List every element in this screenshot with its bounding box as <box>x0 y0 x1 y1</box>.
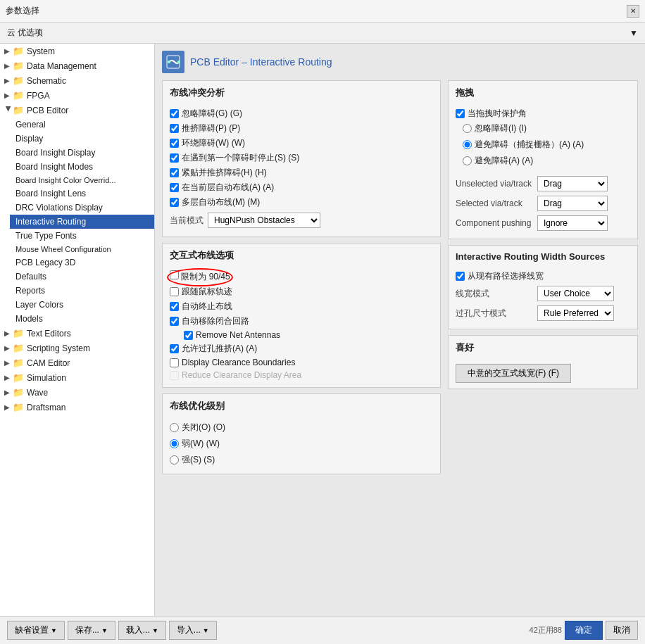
ok-button[interactable]: 确定 <box>565 621 603 640</box>
protect-angle-label[interactable]: 当拖拽时保护角 <box>468 108 527 120</box>
allow-via-push-label[interactable]: 允许过孔推挤(A) (A) <box>182 343 257 355</box>
sidebar-item-drc-violations-display[interactable]: DRC Violations Display <box>10 201 154 215</box>
sidebar-item-wave[interactable]: ▶ 📁 Wave <box>0 385 154 400</box>
stop-at-first-label[interactable]: 在遇到第一个障碍时停止(S) (S) <box>182 152 299 164</box>
load-button[interactable]: 载入... ▼ <box>118 621 166 640</box>
sidebar-item-interactive-routing[interactable]: Interactive Routing <box>10 215 154 229</box>
save-button[interactable]: 保存... ▼ <box>68 621 115 640</box>
routing-optimization-title: 布线优化级别 <box>170 400 433 414</box>
drag-avoid-hugging-radio[interactable] <box>463 140 472 149</box>
ignore-obstacles-checkbox[interactable] <box>170 109 179 118</box>
drag-avoid-hugging-label[interactable]: 避免障碍（捕捉栅格）(A) (A) <box>475 139 584 151</box>
display-clearance-label[interactable]: Display Clearance Boundaries <box>182 358 295 367</box>
allow-via-push-checkbox[interactable] <box>170 344 179 353</box>
component-pushing-select[interactable]: Ignore Push Avoid <box>537 215 608 231</box>
sidebar-item-mouse-wheel-configuration[interactable]: Mouse Wheel Configuration <box>10 243 154 255</box>
display-clearance-checkbox[interactable] <box>170 358 179 367</box>
cancel-button[interactable]: 取消 <box>606 621 638 640</box>
sidebar-item-scripting-system[interactable]: ▶ 📁 Scripting System <box>0 341 154 355</box>
sidebar-item-pcb-editor[interactable]: ▶ 📁 PCB Editor <box>0 103 154 118</box>
stop-at-first-checkbox[interactable] <box>170 153 179 163</box>
close-button[interactable]: ✕ <box>627 5 639 18</box>
opt-strong-radio[interactable] <box>170 455 179 465</box>
current-mode-select[interactable]: HugNPush Obstacles Ignore Obstacles Push… <box>208 213 320 228</box>
hug-push-label[interactable]: 紧贴并推挤障碍(H) (H) <box>182 167 267 179</box>
sidebar-item-fpga[interactable]: ▶ 📁 FPGA <box>0 88 154 103</box>
folder-icon: 📁 <box>13 46 24 56</box>
sidebar-item-true-type-fonts[interactable]: True Type Fonts <box>10 229 154 243</box>
follow-mouse-label[interactable]: 跟随鼠标轨迹 <box>182 286 232 298</box>
check-limit-90-45: 限制为 90/45 <box>170 269 433 284</box>
sidebar-item-board-insight-lens[interactable]: Board Insight Lens <box>10 187 154 201</box>
wrap-around-checkbox[interactable] <box>170 139 179 148</box>
opt-weak-radio[interactable] <box>170 439 179 448</box>
remove-net-antennas-checkbox[interactable] <box>184 331 193 340</box>
unselected-via-track-select[interactable]: Drag Move <box>537 176 608 191</box>
opt-off-radio[interactable] <box>170 423 179 432</box>
push-obstacles-checkbox[interactable] <box>170 124 179 133</box>
sidebar-item-board-insight-display[interactable]: Board Insight Display <box>10 146 154 160</box>
reduce-clearance-checkbox[interactable] <box>170 371 179 380</box>
drag-radio-group: 忽略障碍(I) (I) 避免障碍（捕捉栅格）(A) (A) 避免障碍(A) (A… <box>456 121 630 168</box>
wrap-around-label[interactable]: 环绕障碍(W) (W) <box>182 137 245 149</box>
sidebar-item-label: Wave <box>27 388 48 398</box>
sidebar-item-pcb-legacy-3d[interactable]: PCB Legacy 3D <box>10 255 154 270</box>
sidebar-item-simulation[interactable]: ▶ 📁 Simulation <box>0 370 154 385</box>
drag-ignore-label[interactable]: 忽略障碍(I) (I) <box>475 122 527 134</box>
favorites-button[interactable]: 中意的交互式线宽(F) (F) <box>456 364 571 383</box>
current-mode-row: 当前模式 HugNPush Obstacles Ignore Obstacles… <box>170 210 433 231</box>
check-stop-at-first: 在遇到第一个障碍时停止(S) (S) <box>170 151 433 165</box>
titlebar-title: 参数选择 <box>6 5 39 17</box>
opt-off-label[interactable]: 关闭(O) (O) <box>182 422 225 434</box>
defaults-button[interactable]: 缺省设置 ▼ <box>7 621 65 640</box>
sidebar-item-board-insight-modes[interactable]: Board Insight Modes <box>10 160 154 174</box>
auto-route-layer-checkbox[interactable] <box>170 183 179 192</box>
folder-icon: 📁 <box>13 328 24 339</box>
protect-angle-checkbox[interactable] <box>456 109 465 118</box>
sidebar-item-draftsman[interactable]: ▶ 📁 Draftsman <box>0 400 154 415</box>
follow-mouse-checkbox[interactable] <box>170 287 179 296</box>
width-mode-select[interactable]: User Choice Rule Preferred Rule Minimum <box>537 286 614 301</box>
from-existing-label[interactable]: 从现有路径选择线宽 <box>468 270 544 282</box>
sidebar-item-models[interactable]: Models <box>10 312 154 326</box>
sidebar-item-data-management[interactable]: ▶ 📁 Data Management <box>0 58 154 73</box>
via-mode-select[interactable]: Rule Preferred User Choice Rule Minimum <box>537 305 614 321</box>
cloudbar-arrow[interactable]: ▼ <box>630 28 638 38</box>
sidebar-item-layer-colors[interactable]: Layer Colors <box>10 298 154 312</box>
from-existing-checkbox[interactable] <box>456 272 465 281</box>
folder-icon: 📁 <box>13 105 24 115</box>
sidebar-item-label: Scripting System <box>27 343 90 353</box>
limit-90-45-label[interactable]: 限制为 90/45 <box>181 272 230 282</box>
ignore-obstacles-label[interactable]: 忽略障碍(G) (G) <box>182 108 242 120</box>
sidebar-item-system[interactable]: ▶ 📁 System <box>0 44 154 58</box>
limit-90-45-checkbox[interactable] <box>170 270 179 279</box>
drag-avoid-obstacles-radio[interactable] <box>463 156 472 165</box>
drag-avoid-obstacles-label[interactable]: 避免障碍(A) (A) <box>475 155 533 167</box>
two-column-layout: 布线冲突分析 忽略障碍(G) (G) 推挤障碍(P) (P) 环绕障碍(W) (… <box>162 80 638 609</box>
auto-remove-loops-checkbox[interactable] <box>170 317 179 326</box>
opt-weak-label[interactable]: 弱(W) (W) <box>182 438 220 450</box>
auto-terminate-label[interactable]: 自动终止布线 <box>182 301 232 312</box>
sidebar-item-display[interactable]: Display <box>10 132 154 146</box>
auto-route-layer-label[interactable]: 在当前层自动布线(A) (A) <box>182 182 274 194</box>
auto-remove-loops-label[interactable]: 自动移除闭合回路 <box>182 315 249 327</box>
sidebar-item-schematic[interactable]: ▶ 📁 Schematic <box>0 73 154 88</box>
selected-via-track-label: Selected via/track <box>456 198 533 208</box>
drag-ignore-radio[interactable] <box>463 124 472 133</box>
multi-layer-checkbox[interactable] <box>170 198 179 207</box>
sidebar-item-board-insight-color-override[interactable]: Board Insight Color Overrid... <box>10 174 154 187</box>
hug-push-checkbox[interactable] <box>170 168 179 177</box>
sidebar-item-general[interactable]: General <box>10 118 154 132</box>
sidebar-item-defaults[interactable]: Defaults <box>10 270 154 284</box>
remove-net-antennas-label[interactable]: Remove Net Antennas <box>196 330 280 340</box>
sidebar-item-text-editors[interactable]: ▶ 📁 Text Editors <box>0 326 154 341</box>
sidebar-item-cam-editor[interactable]: ▶ 📁 CAM Editor <box>0 355 154 370</box>
opt-strong-label[interactable]: 强(S) (S) <box>182 454 215 466</box>
arrow-icon: ▶ <box>4 329 13 337</box>
auto-terminate-checkbox[interactable] <box>170 302 179 311</box>
sidebar-item-reports[interactable]: Reports <box>10 284 154 298</box>
multi-layer-label[interactable]: 多层自动布线(M) (M) <box>182 196 260 208</box>
import-button[interactable]: 导入... ▼ <box>169 621 217 640</box>
push-obstacles-label[interactable]: 推挤障碍(P) (P) <box>182 122 240 134</box>
selected-via-track-select[interactable]: Drag Move <box>537 196 608 211</box>
